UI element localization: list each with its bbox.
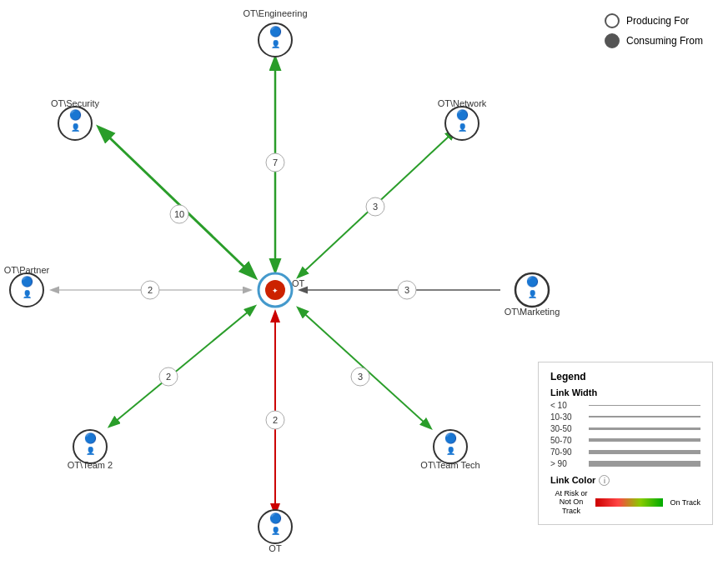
edge-label-3a: 3 — [373, 202, 378, 212]
lw-line-3 — [589, 428, 700, 430]
lw-row-2: 10-30 — [550, 412, 700, 422]
lw-line-2 — [589, 416, 700, 418]
at-risk-label: At Risk orNot On Track — [550, 489, 592, 516]
center-star: ✦ — [272, 287, 279, 295]
lw-row-5: 70-90 — [550, 448, 700, 457]
lw-line-4 — [589, 438, 700, 442]
lw-label-4: 50-70 — [550, 436, 585, 445]
teamtech-icon: 🔵 — [444, 432, 457, 444]
engineering-icon2: 👤 — [271, 39, 281, 49]
link-color-title: Link Color i — [550, 475, 700, 486]
link-color-info-icon[interactable]: i — [599, 475, 610, 486]
producing-for-item: Producing For — [605, 13, 703, 28]
consuming-from-label: Consuming From — [626, 35, 703, 47]
lw-label-2: 10-30 — [550, 412, 585, 422]
edge-label-3c: 3 — [358, 372, 363, 382]
legend-title: Legend — [550, 371, 700, 382]
partner-icon: 🔵 — [21, 275, 33, 288]
network-icon2: 👤 — [458, 122, 468, 132]
producing-for-icon — [605, 13, 620, 28]
producing-for-label: Producing For — [626, 15, 689, 27]
network-icon: 🔵 — [456, 108, 469, 121]
edge-label-7: 7 — [273, 158, 278, 168]
marketing-label: OT\Marketing — [505, 307, 560, 317]
consuming-from-item: Consuming From — [605, 33, 703, 48]
legend-box: Legend Link Width < 10 10-30 30-50 50-70… — [538, 362, 713, 525]
lw-row-6: > 90 — [550, 459, 700, 468]
center-label: OT — [292, 278, 305, 288]
link-color-gradient-row: At Risk orNot On Track On Track — [550, 489, 700, 516]
security-icon: 🔵 — [69, 108, 82, 121]
ot-bottom-icon2: 👤 — [271, 526, 281, 536]
edge-label-3b: 3 — [404, 285, 409, 295]
consuming-from-icon — [605, 33, 620, 48]
teamtech-label: OT\Team Tech — [420, 460, 479, 470]
top-legend: Producing For Consuming From — [605, 13, 703, 53]
edge-label-2c: 2 — [273, 415, 278, 425]
team2-label: OT\Team 2 — [68, 460, 113, 470]
ot-bottom-icon: 🔵 — [269, 512, 282, 524]
ot-bottom-label: OT — [269, 543, 282, 553]
partner-icon2: 👤 — [23, 289, 33, 299]
edge-label-10: 10 — [174, 209, 184, 219]
lw-label-3: 30-50 — [550, 424, 585, 433]
lw-label-1: < 10 — [550, 401, 585, 410]
lw-row-1: < 10 — [550, 401, 700, 410]
security-label: OT\Security — [51, 98, 100, 108]
lw-label-6: > 90 — [550, 459, 585, 468]
security-icon2: 👤 — [71, 122, 81, 132]
marketing-icon2: 👤 — [528, 289, 538, 299]
edge-team2 — [115, 307, 254, 422]
network-label: OT\Network — [438, 98, 487, 108]
lw-line-5 — [589, 450, 700, 454]
edge-label-2a: 2 — [148, 285, 153, 295]
team2-icon2: 👤 — [86, 446, 96, 456]
lw-label-5: 70-90 — [550, 448, 585, 457]
engineering-label: OT\Engineering — [243, 8, 307, 18]
lw-row-3: 30-50 — [550, 424, 700, 433]
teamtech-icon2: 👤 — [446, 446, 456, 456]
lw-row-4: 50-70 — [550, 436, 700, 445]
lw-line-6 — [589, 461, 700, 467]
gradient-bar — [595, 498, 663, 507]
edge-teamtech — [299, 308, 425, 423]
engineering-icon: 🔵 — [269, 25, 282, 38]
link-width-title: Link Width — [550, 388, 700, 398]
lw-line-1 — [589, 405, 700, 406]
team2-icon: 🔵 — [84, 432, 97, 444]
marketing-icon: 🔵 — [526, 275, 539, 288]
partner-label: OT\Partner — [4, 265, 50, 275]
on-track-label: On Track — [670, 498, 700, 507]
edge-label-2b: 2 — [166, 372, 171, 382]
